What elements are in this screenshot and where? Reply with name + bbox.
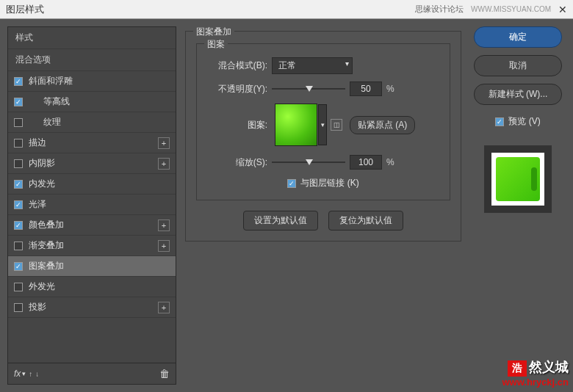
- cancel-button[interactable]: 取消: [474, 55, 562, 76]
- add-effect-icon[interactable]: +: [158, 158, 170, 170]
- close-icon[interactable]: ✕: [558, 4, 567, 15]
- move-down-icon[interactable]: ↓: [35, 370, 39, 378]
- group-legend: 图案叠加: [193, 26, 234, 38]
- new-preset-icon[interactable]: ◫: [331, 119, 342, 131]
- forum-text: 思缘设计论坛: [415, 4, 464, 15]
- watermark-url: www.hryckj.cn: [502, 377, 569, 388]
- sidebar-item-label: 投影: [29, 301, 158, 313]
- sidebar-item[interactable]: 投影+: [8, 297, 176, 318]
- sidebar-item-label: 内发光: [29, 178, 170, 190]
- styles-sidebar: 样式 混合选项 ✓斜面和浮雕✓等高线纹理描边+内阴影+✓内发光✓光泽✓颜色叠加+…: [7, 26, 176, 385]
- sidebar-item[interactable]: 外发光: [8, 277, 176, 297]
- sidebar-item-label: 等高线: [29, 95, 170, 108]
- sidebar-item-label: 颜色叠加: [29, 219, 158, 231]
- sidebar-item-label: 描边: [29, 137, 158, 149]
- opacity-unit: %: [386, 84, 394, 94]
- style-checkbox[interactable]: [14, 303, 23, 312]
- sidebar-item[interactable]: 内阴影+: [8, 153, 176, 174]
- watermark: 浩 然义城 www.hryckj.cn: [502, 358, 569, 388]
- pattern-picker-icon[interactable]: ▾: [318, 104, 327, 145]
- forum-url: WWW.MISSYUAN.COM: [471, 5, 551, 13]
- sidebar-header-styles[interactable]: 样式: [8, 27, 176, 49]
- add-effect-icon[interactable]: +: [158, 137, 170, 149]
- style-checkbox[interactable]: ✓: [14, 98, 23, 106]
- preview-label: 预览 (V): [508, 115, 540, 128]
- scale-input[interactable]: 100: [350, 155, 382, 170]
- sidebar-item[interactable]: ✓斜面和浮雕: [8, 71, 176, 92]
- preview-box: [484, 145, 552, 213]
- main-panel: 图案叠加 图案 混合模式(B): 正常 不透明度(Y): 50 %: [185, 26, 461, 385]
- style-checkbox[interactable]: [14, 242, 23, 250]
- sidebar-item[interactable]: ✓内发光: [8, 174, 176, 195]
- new-style-button[interactable]: 新建样式 (W)...: [474, 84, 562, 105]
- dialog-title: 图层样式: [6, 3, 415, 16]
- style-checkbox[interactable]: ✓: [14, 221, 23, 230]
- blend-mode-label: 混合模式(B):: [207, 59, 267, 72]
- fx-dropdown-icon[interactable]: ▾: [22, 370, 26, 377]
- link-layer-checkbox[interactable]: ✓: [287, 179, 296, 188]
- sidebar-footer: fx ▾ ↑ ↓ 🗑: [8, 363, 176, 384]
- opacity-input[interactable]: 50: [350, 81, 382, 96]
- add-effect-icon[interactable]: +: [158, 240, 170, 252]
- sidebar-item-label: 纹理: [29, 116, 170, 128]
- scale-label: 缩放(S):: [207, 156, 267, 169]
- style-checkbox[interactable]: ✓: [14, 77, 23, 86]
- trash-icon[interactable]: 🗑: [159, 368, 170, 380]
- set-default-button[interactable]: 设置为默认值: [243, 211, 318, 231]
- sidebar-item[interactable]: ✓图案叠加: [8, 256, 176, 277]
- preview-checkbox[interactable]: ✓: [495, 117, 504, 126]
- pattern-swatch[interactable]: ▾: [275, 104, 317, 146]
- style-checkbox[interactable]: ✓: [14, 262, 23, 271]
- style-checkbox[interactable]: [14, 118, 23, 127]
- style-checkbox[interactable]: [14, 139, 23, 148]
- scale-unit: %: [386, 157, 394, 167]
- opacity-label: 不透明度(Y):: [207, 83, 267, 95]
- link-layer-label: 与图层链接 (K): [300, 177, 358, 189]
- add-effect-icon[interactable]: +: [158, 219, 170, 231]
- sidebar-item-label: 斜面和浮雕: [29, 75, 170, 87]
- sidebar-item[interactable]: ✓颜色叠加+: [8, 215, 176, 236]
- blend-mode-select[interactable]: 正常: [272, 57, 353, 74]
- sidebar-item[interactable]: 描边+: [8, 133, 176, 153]
- sidebar-item-label: 光泽: [29, 198, 170, 211]
- reset-default-button[interactable]: 复位为默认值: [328, 211, 403, 231]
- sidebar-header-blend[interactable]: 混合选项: [8, 49, 176, 71]
- style-checkbox[interactable]: ✓: [14, 200, 23, 209]
- sidebar-item[interactable]: ✓光泽: [8, 195, 176, 215]
- ok-button[interactable]: 确定: [474, 26, 562, 48]
- add-effect-icon[interactable]: +: [158, 302, 170, 313]
- title-bar: 图层样式 思缘设计论坛 WWW.MISSYUAN.COM ✕: [0, 0, 573, 19]
- sidebar-item-label: 图案叠加: [29, 260, 170, 272]
- watermark-logo: 浩: [508, 360, 527, 377]
- scale-slider[interactable]: [272, 157, 345, 167]
- pattern-label: 图案:: [207, 119, 267, 131]
- style-checkbox[interactable]: [14, 283, 23, 291]
- move-up-icon[interactable]: ↑: [29, 370, 32, 378]
- fx-icon[interactable]: fx: [14, 369, 21, 379]
- sidebar-item[interactable]: 纹理: [8, 112, 176, 133]
- sidebar-item[interactable]: 渐变叠加+: [8, 236, 176, 256]
- snap-origin-button[interactable]: 贴紧原点 (A): [350, 116, 415, 134]
- opacity-slider[interactable]: [272, 84, 345, 94]
- sidebar-item-label: 内阴影: [29, 157, 158, 170]
- style-checkbox[interactable]: [14, 159, 23, 168]
- right-column: 确定 取消 新建样式 (W)... ✓ 预览 (V): [470, 26, 566, 385]
- inner-legend: 图案: [204, 38, 228, 51]
- sidebar-item[interactable]: ✓等高线: [8, 92, 176, 112]
- style-checkbox[interactable]: ✓: [14, 180, 23, 189]
- watermark-chars: 然义城: [529, 360, 569, 374]
- sidebar-item-label: 渐变叠加: [29, 239, 158, 252]
- sidebar-item-label: 外发光: [29, 280, 170, 293]
